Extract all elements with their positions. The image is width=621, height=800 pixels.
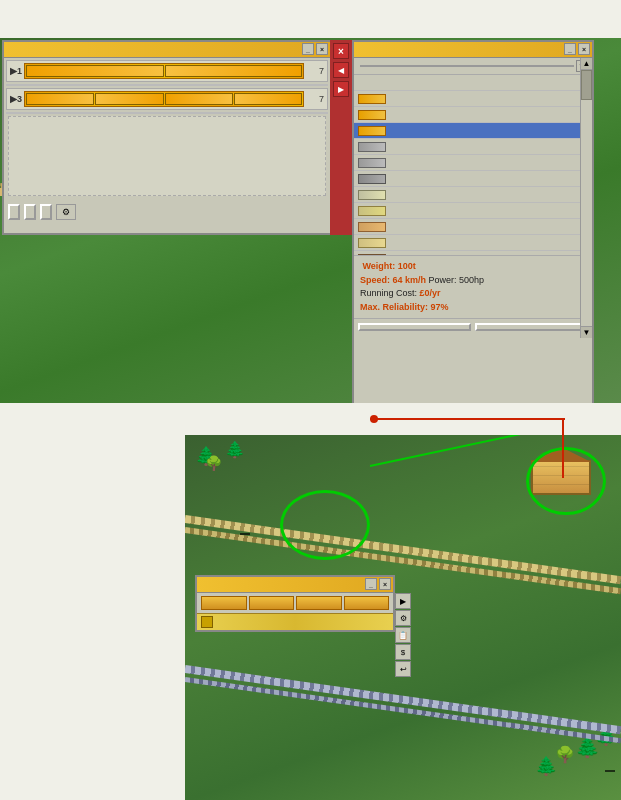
step3-heading	[0, 405, 370, 413]
train-icon-2[interactable]: ⚙	[395, 610, 411, 626]
game-area-top: _ × ▶1 7 ▶3 7	[0, 38, 621, 403]
depot-circle-highlight	[526, 447, 606, 515]
vehicle-icon-grain	[358, 238, 386, 248]
scroll-up-icon[interactable]: ▲	[581, 58, 592, 70]
vehicle-item-grain[interactable]	[354, 235, 592, 251]
step3-section	[0, 405, 370, 417]
train-car-1	[201, 596, 247, 610]
vehicle-icon-millennium	[358, 110, 386, 120]
train-window-min[interactable]: _	[365, 578, 377, 590]
depot-extra-btn[interactable]: ⚙	[56, 204, 76, 220]
train-icon-5[interactable]: ↩	[395, 661, 411, 677]
close-x-icon[interactable]: ×	[333, 43, 349, 59]
vehicle-item-livestock[interactable]	[354, 203, 592, 219]
sort-row: ▼	[354, 58, 592, 75]
vehicles-window: _ × ▼	[352, 40, 594, 403]
power-stat: Power: 500hp	[429, 275, 485, 285]
annotation-dot	[370, 415, 378, 423]
running-stat: Running Cost:	[360, 288, 420, 298]
vehicle-icon-goods	[358, 222, 386, 232]
buy-vehicle-button[interactable]	[358, 323, 471, 331]
train-cars-row	[197, 593, 393, 613]
vehicle-item-all-cargo[interactable]	[354, 75, 592, 91]
train-num-1: ▶1	[10, 66, 24, 76]
vehicle-item-universal[interactable]	[354, 123, 592, 139]
vehicles-close-btn[interactable]: ×	[578, 43, 590, 55]
train-car-2	[249, 596, 295, 610]
close-strip: × ◀ ▶	[330, 40, 352, 235]
train-side-icons: ▶ ⚙ 📋 $ ↩	[395, 593, 411, 677]
train-icon-4[interactable]: $	[395, 644, 411, 660]
vehicles-minimize-btn[interactable]: _	[564, 43, 576, 55]
train-num-3: ▶3	[10, 94, 24, 104]
train-car-4	[344, 596, 390, 610]
reliability-highlight: Max. Reliability: 97%	[360, 302, 449, 312]
train-icon-3[interactable]: 📋	[395, 627, 411, 643]
vehicles-title-bar: _ ×	[354, 42, 592, 58]
vehicle-stats: Weight: 100t Speed: 64 km/h Power: 500hp…	[354, 255, 592, 318]
vehicle-item-oil[interactable]	[354, 187, 592, 203]
train-circle-highlight	[280, 490, 370, 560]
annotation-line-v	[562, 418, 564, 478]
arrow-right-icon[interactable]: ▶	[333, 81, 349, 97]
vehicle-list[interactable]	[354, 75, 592, 255]
scroll-thumb[interactable]	[581, 70, 592, 100]
train-window-close[interactable]: ×	[379, 578, 391, 590]
vehicles-buy-row	[354, 318, 592, 335]
vehicle-icon-coal	[358, 174, 386, 184]
train-count-3: 7	[304, 94, 324, 104]
game-area-bottom: 🌲 🌲 🌳 🌲 🌲 🌳 🌲 _ ×	[185, 435, 621, 800]
train-icon-1[interactable]: ▶	[395, 593, 411, 609]
tree-2: 🌲	[225, 440, 245, 459]
rename-button[interactable]	[475, 323, 588, 331]
vehicle-icon-oil	[358, 190, 386, 200]
vehicle-icon-passenger	[358, 142, 386, 152]
train-car-3	[296, 596, 342, 610]
vehicle-item-mail[interactable]	[354, 155, 592, 171]
depot-buttons: ⚙	[4, 202, 330, 222]
train-row-3: ▶3 7	[6, 88, 328, 110]
vehicle-icon-x2001	[358, 94, 386, 104]
vehicle-item-goods[interactable]	[354, 219, 592, 235]
tree-3: 🌳	[205, 455, 222, 471]
train-row-1: ▶1 7	[6, 60, 328, 82]
tree-4: 🌲	[535, 755, 557, 777]
weight-highlight: Weight: 100t	[363, 261, 416, 271]
maglev-label	[605, 770, 615, 772]
vehicle-item-x2001[interactable]	[354, 91, 592, 107]
vehicle-icon-mail	[358, 158, 386, 168]
vehicle-icon-wood	[358, 254, 386, 256]
annotation-line-h	[370, 418, 565, 420]
vehicle-item-millennium[interactable]	[354, 107, 592, 123]
train-window-titlebar: _ ×	[197, 577, 393, 593]
service-icon	[201, 616, 213, 628]
vehicle-icon-livestock	[358, 206, 386, 216]
service-bar	[197, 613, 393, 630]
scroll-down-icon[interactable]: ▼	[581, 326, 592, 338]
sort-value[interactable]	[360, 65, 574, 67]
train-graphic-1	[24, 63, 304, 79]
location-button[interactable]	[40, 204, 52, 220]
speed-highlight: Speed: 64 km/h	[360, 275, 426, 285]
clone-train-button[interactable]	[24, 204, 36, 220]
depot-title-bar: _ ×	[4, 42, 330, 58]
train-graphic-3	[24, 91, 304, 107]
vehicle-item-coal[interactable]	[354, 171, 592, 187]
running-highlight: £0/yr	[420, 288, 441, 298]
vehicle-item-passenger[interactable]	[354, 139, 592, 155]
train-window: _ × ▶ ⚙ 📋 $ ↩	[195, 575, 395, 632]
step3-subtext	[0, 413, 370, 417]
tree-6: 🌳	[555, 745, 575, 764]
depot-window: _ × ▶1 7 ▶3 7	[2, 40, 332, 235]
new-vehicles-button[interactable]	[8, 204, 20, 220]
train-count-1: 7	[304, 66, 324, 76]
arrow-left-icon[interactable]: ◀	[333, 62, 349, 78]
depot-close-btn[interactable]: ×	[316, 43, 328, 55]
vehicles-scrollbar[interactable]: ▲ ▼	[580, 58, 592, 338]
vehicle-icon-universal	[358, 126, 386, 136]
depot-minimize-btn[interactable]: _	[302, 43, 314, 55]
monorail-label	[240, 533, 250, 535]
